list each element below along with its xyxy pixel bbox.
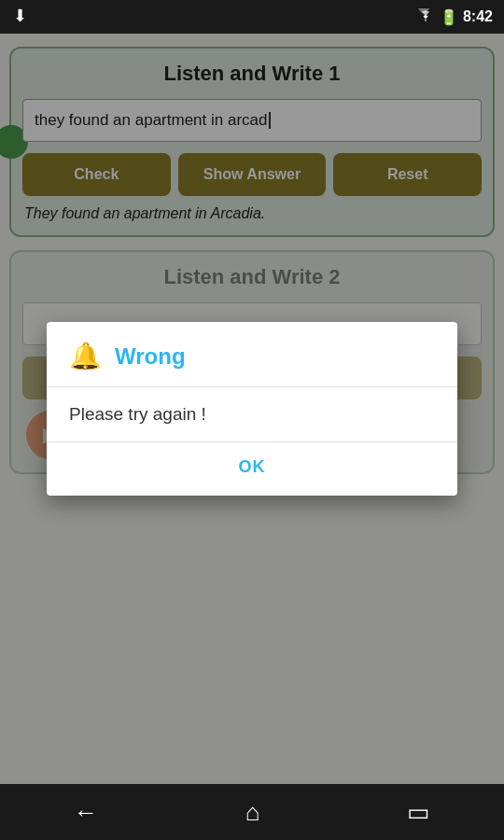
battery-icon: 🔋 [440,8,458,26]
time-display: 8:42 [463,8,493,25]
download-icon: ⬇ [13,6,27,26]
dialog-title: Wrong [115,343,186,370]
dialog-ok-button[interactable]: OK [217,450,288,484]
recents-button[interactable]: ▭ [407,798,430,827]
dialog-footer: OK [47,441,457,496]
dialog-message: Please try again ! [69,404,206,424]
dialog-warning-icon: 🔔 [69,341,102,371]
nav-bar: ← ⌂ ▭ [0,784,504,840]
status-icons: 🔋 8:42 [416,8,493,26]
dialog-header: 🔔 Wrong [47,322,457,387]
dialog: 🔔 Wrong Please try again ! OK [47,322,457,496]
dialog-overlay: 🔔 Wrong Please try again ! OK [0,34,504,784]
wifi-icon [416,8,435,25]
main-content: Listen and Write 1 they found an apartme… [0,34,504,784]
back-button[interactable]: ← [74,798,98,827]
dialog-body: Please try again ! [47,387,457,441]
home-button[interactable]: ⌂ [245,798,260,827]
status-bar: ⬇ 🔋 8:42 [0,0,504,34]
